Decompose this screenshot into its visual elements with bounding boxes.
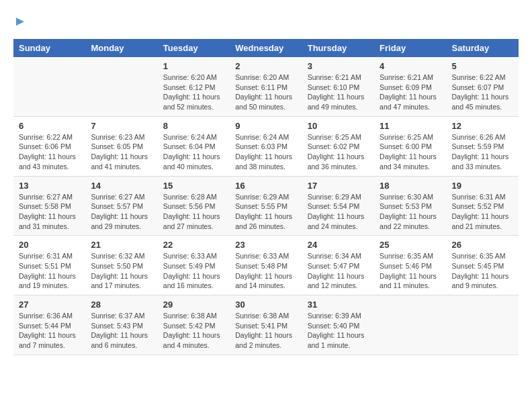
week-row-5: 27Sunrise: 6:36 AM Sunset: 5:44 PM Dayli… <box>13 295 519 355</box>
day-info: Sunrise: 6:24 AM Sunset: 6:03 PM Dayligh… <box>235 132 296 172</box>
day-info: Sunrise: 6:22 AM Sunset: 6:06 PM Dayligh… <box>19 132 80 172</box>
calendar-cell: 4Sunrise: 6:21 AM Sunset: 6:09 PM Daylig… <box>374 57 446 116</box>
week-row-2: 6Sunrise: 6:22 AM Sunset: 6:06 PM Daylig… <box>13 116 519 176</box>
day-info: Sunrise: 6:20 AM Sunset: 6:12 PM Dayligh… <box>163 73 224 112</box>
day-number: 10 <box>308 121 369 131</box>
day-number: 15 <box>163 181 224 191</box>
calendar-cell: 1Sunrise: 6:20 AM Sunset: 6:12 PM Daylig… <box>158 57 230 116</box>
day-info: Sunrise: 6:36 AM Sunset: 5:44 PM Dayligh… <box>19 311 80 351</box>
calendar-cell: 28Sunrise: 6:37 AM Sunset: 5:43 PM Dayli… <box>85 295 157 355</box>
day-number: 31 <box>308 300 369 310</box>
calendar-cell: 21Sunrise: 6:32 AM Sunset: 5:50 PM Dayli… <box>85 236 157 295</box>
day-number: 26 <box>452 240 513 250</box>
day-number: 24 <box>308 240 369 250</box>
day-info: Sunrise: 6:35 AM Sunset: 5:45 PM Dayligh… <box>452 251 513 291</box>
day-number: 27 <box>19 300 80 310</box>
day-info: Sunrise: 6:33 AM Sunset: 5:48 PM Dayligh… <box>235 251 296 291</box>
day-number: 3 <box>308 61 369 71</box>
day-number: 8 <box>163 121 224 131</box>
weekday-header-saturday: Saturday <box>447 39 519 57</box>
day-number: 2 <box>235 61 296 71</box>
day-number: 11 <box>380 121 441 131</box>
day-info: Sunrise: 6:23 AM Sunset: 6:05 PM Dayligh… <box>91 132 152 172</box>
calendar-cell: 13Sunrise: 6:27 AM Sunset: 5:58 PM Dayli… <box>13 176 85 236</box>
day-number: 28 <box>91 300 152 310</box>
day-info: Sunrise: 6:38 AM Sunset: 5:42 PM Dayligh… <box>163 311 224 351</box>
calendar-cell: 2Sunrise: 6:20 AM Sunset: 6:11 PM Daylig… <box>230 57 302 116</box>
calendar-cell: 15Sunrise: 6:28 AM Sunset: 5:56 PM Dayli… <box>158 176 230 236</box>
calendar-cell <box>13 57 85 116</box>
calendar-cell: 11Sunrise: 6:25 AM Sunset: 6:00 PM Dayli… <box>374 116 446 176</box>
day-info: Sunrise: 6:21 AM Sunset: 6:10 PM Dayligh… <box>308 73 369 112</box>
day-info: Sunrise: 6:21 AM Sunset: 6:09 PM Dayligh… <box>380 73 441 112</box>
day-number: 19 <box>452 181 513 191</box>
weekday-header-tuesday: Tuesday <box>158 39 230 57</box>
logo-text: ► <box>13 13 27 28</box>
calendar-cell: 26Sunrise: 6:35 AM Sunset: 5:45 PM Dayli… <box>447 236 519 295</box>
day-info: Sunrise: 6:27 AM Sunset: 5:57 PM Dayligh… <box>91 192 152 232</box>
week-row-4: 20Sunrise: 6:31 AM Sunset: 5:51 PM Dayli… <box>13 236 519 295</box>
calendar-cell: 29Sunrise: 6:38 AM Sunset: 5:42 PM Dayli… <box>158 295 230 355</box>
day-number: 1 <box>163 61 224 71</box>
day-number: 22 <box>163 240 224 250</box>
day-number: 6 <box>19 121 80 131</box>
weekday-header-sunday: Sunday <box>13 39 85 57</box>
day-number: 5 <box>452 61 513 71</box>
day-info: Sunrise: 6:25 AM Sunset: 6:00 PM Dayligh… <box>380 132 441 172</box>
logo: ► <box>13 13 27 28</box>
day-info: Sunrise: 6:24 AM Sunset: 6:04 PM Dayligh… <box>163 132 224 172</box>
weekday-header-monday: Monday <box>85 39 157 57</box>
day-number: 23 <box>235 240 296 250</box>
calendar-cell <box>85 57 157 116</box>
day-info: Sunrise: 6:34 AM Sunset: 5:47 PM Dayligh… <box>308 251 369 291</box>
calendar-table: SundayMondayTuesdayWednesdayThursdayFrid… <box>13 39 519 355</box>
calendar-cell: 9Sunrise: 6:24 AM Sunset: 6:03 PM Daylig… <box>230 116 302 176</box>
day-info: Sunrise: 6:38 AM Sunset: 5:41 PM Dayligh… <box>235 311 296 351</box>
calendar-cell: 22Sunrise: 6:33 AM Sunset: 5:49 PM Dayli… <box>158 236 230 295</box>
calendar-cell: 25Sunrise: 6:35 AM Sunset: 5:46 PM Dayli… <box>374 236 446 295</box>
day-number: 25 <box>380 240 441 250</box>
day-number: 13 <box>19 181 80 191</box>
calendar-cell: 10Sunrise: 6:25 AM Sunset: 6:02 PM Dayli… <box>302 116 374 176</box>
day-info: Sunrise: 6:30 AM Sunset: 5:53 PM Dayligh… <box>380 192 441 232</box>
calendar-cell: 18Sunrise: 6:30 AM Sunset: 5:53 PM Dayli… <box>374 176 446 236</box>
day-info: Sunrise: 6:31 AM Sunset: 5:52 PM Dayligh… <box>452 192 513 232</box>
day-number: 29 <box>163 300 224 310</box>
day-info: Sunrise: 6:29 AM Sunset: 5:54 PM Dayligh… <box>308 192 369 232</box>
calendar-cell: 27Sunrise: 6:36 AM Sunset: 5:44 PM Dayli… <box>13 295 85 355</box>
calendar-cell <box>374 295 446 355</box>
day-info: Sunrise: 6:22 AM Sunset: 6:07 PM Dayligh… <box>452 73 513 112</box>
calendar-cell <box>447 295 519 355</box>
day-info: Sunrise: 6:20 AM Sunset: 6:11 PM Dayligh… <box>235 73 296 112</box>
day-info: Sunrise: 6:27 AM Sunset: 5:58 PM Dayligh… <box>19 192 80 232</box>
day-info: Sunrise: 6:25 AM Sunset: 6:02 PM Dayligh… <box>308 132 369 172</box>
calendar-cell: 19Sunrise: 6:31 AM Sunset: 5:52 PM Dayli… <box>447 176 519 236</box>
calendar-cell: 8Sunrise: 6:24 AM Sunset: 6:04 PM Daylig… <box>158 116 230 176</box>
calendar-cell: 16Sunrise: 6:29 AM Sunset: 5:55 PM Dayli… <box>230 176 302 236</box>
day-info: Sunrise: 6:35 AM Sunset: 5:46 PM Dayligh… <box>380 251 441 291</box>
calendar-cell: 24Sunrise: 6:34 AM Sunset: 5:47 PM Dayli… <box>302 236 374 295</box>
calendar-cell: 30Sunrise: 6:38 AM Sunset: 5:41 PM Dayli… <box>230 295 302 355</box>
calendar-cell: 17Sunrise: 6:29 AM Sunset: 5:54 PM Dayli… <box>302 176 374 236</box>
day-info: Sunrise: 6:28 AM Sunset: 5:56 PM Dayligh… <box>163 192 224 232</box>
day-number: 14 <box>91 181 152 191</box>
page-header: ► <box>13 13 519 28</box>
day-info: Sunrise: 6:29 AM Sunset: 5:55 PM Dayligh… <box>235 192 296 232</box>
calendar-cell: 3Sunrise: 6:21 AM Sunset: 6:10 PM Daylig… <box>302 57 374 116</box>
day-number: 9 <box>235 121 296 131</box>
day-info: Sunrise: 6:31 AM Sunset: 5:51 PM Dayligh… <box>19 251 80 291</box>
calendar-cell: 6Sunrise: 6:22 AM Sunset: 6:06 PM Daylig… <box>13 116 85 176</box>
day-number: 12 <box>452 121 513 131</box>
weekday-header-thursday: Thursday <box>302 39 374 57</box>
day-info: Sunrise: 6:33 AM Sunset: 5:49 PM Dayligh… <box>163 251 224 291</box>
weekday-header-wednesday: Wednesday <box>230 39 302 57</box>
day-info: Sunrise: 6:32 AM Sunset: 5:50 PM Dayligh… <box>91 251 152 291</box>
day-number: 18 <box>380 181 441 191</box>
calendar-cell: 14Sunrise: 6:27 AM Sunset: 5:57 PM Dayli… <box>85 176 157 236</box>
weekday-header-row: SundayMondayTuesdayWednesdayThursdayFrid… <box>13 39 519 57</box>
day-info: Sunrise: 6:26 AM Sunset: 5:59 PM Dayligh… <box>452 132 513 172</box>
day-number: 21 <box>91 240 152 250</box>
day-number: 20 <box>19 240 80 250</box>
day-number: 7 <box>91 121 152 131</box>
week-row-3: 13Sunrise: 6:27 AM Sunset: 5:58 PM Dayli… <box>13 176 519 236</box>
